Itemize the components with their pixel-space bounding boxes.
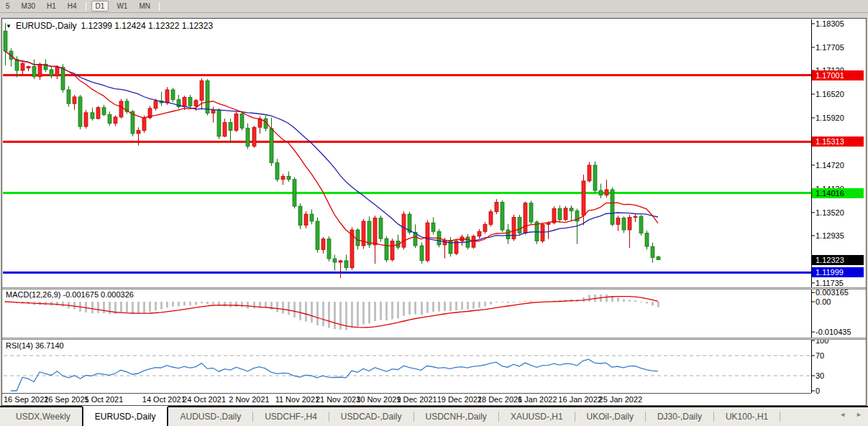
date-axis-label[interactable]: 9 Dec 2021 <box>396 395 437 404</box>
date-axis-label[interactable]: 25 Jan 2022 <box>599 395 643 404</box>
macd-axis-tick[interactable]: 0.003165 <box>816 288 866 297</box>
price-level-badge: 1.11999 <box>812 267 864 277</box>
price-axis-tick[interactable]: 1.16520 <box>816 90 866 98</box>
tab-scroll-left-icon[interactable]: ◄ <box>839 411 846 418</box>
date-axis-label[interactable]: 5 Oct 2021 <box>84 395 123 404</box>
date-axis-label[interactable]: 2 Nov 2021 <box>229 395 269 404</box>
rsi-indicator-label: RSI(14) 36.7140 <box>6 341 64 350</box>
chart-canvas[interactable] <box>0 0 868 426</box>
date-axis-label[interactable]: 30 Nov 2021 <box>356 395 401 404</box>
pane-splitter-rsi[interactable] <box>2 338 866 340</box>
macd-axis-tick[interactable]: 0.00 <box>816 297 866 306</box>
rsi-axis-tick[interactable]: 70 <box>816 351 866 360</box>
date-axis-label[interactable]: 11 Nov 2021 <box>275 395 320 404</box>
price-axis-tick[interactable]: 1.17705 <box>816 43 866 52</box>
date-axis-label[interactable]: 14 Oct 2021 <box>142 395 186 404</box>
price-axis-tick[interactable]: 1.11735 <box>816 279 866 287</box>
symbol-dropdown-icon[interactable]: ▼ <box>6 23 12 29</box>
price-axis-tick[interactable]: 1.15920 <box>816 114 866 122</box>
price-axis-tick[interactable]: 1.18305 <box>816 19 866 28</box>
date-axis-label[interactable]: 19 Dec 2021 <box>437 395 482 404</box>
ohlc-values: 1.12399 1.12424 1.12322 1.12323 <box>81 21 214 31</box>
price-level-badge: 1.15313 <box>812 136 864 147</box>
rsi-axis-tick[interactable]: 0 <box>816 386 866 395</box>
date-axis-label[interactable]: 21 Nov 2021 <box>316 395 360 404</box>
symbol-label: EURUSD-,Daily <box>16 21 77 31</box>
date-axis-label[interactable]: 26 Sep 2021 <box>44 395 88 404</box>
tab-scroll-right-icon[interactable]: ► <box>856 411 862 418</box>
date-axis-label[interactable]: 24 Oct 2021 <box>183 395 226 404</box>
current-price-badge: 1.12323 <box>812 255 864 265</box>
date-axis-label[interactable]: 28 Dec 2021 <box>478 395 522 404</box>
pane-splitter-macd[interactable] <box>2 287 866 290</box>
price-axis-tick[interactable]: 1.12935 <box>816 231 866 240</box>
tab-scroll-arrows: ◄ ► <box>839 411 862 418</box>
price-axis-tick[interactable]: 1.13520 <box>816 208 866 217</box>
macd-axis-tick[interactable]: -0.010435 <box>816 328 866 336</box>
price-level-badge: 1.14016 <box>812 188 864 198</box>
chart-symbol-header: ▼ EURUSD-,Daily 1.12399 1.12424 1.12322 … <box>6 21 213 31</box>
date-axis-label[interactable]: 16 Sep 2021 <box>4 395 48 404</box>
date-axis-label[interactable]: 16 Jan 2022 <box>558 395 602 404</box>
price-level-badge: 1.17001 <box>812 70 864 80</box>
chart-tab-eurusd-daily[interactable]: EURUSD-,Daily <box>82 406 169 426</box>
price-axis-tick[interactable]: 1.14720 <box>816 161 866 170</box>
chart-window[interactable] <box>1 18 867 406</box>
macd-indicator-label: MACD(12,26,9) -0.001675 0.000326 <box>6 290 134 299</box>
date-axis-label[interactable]: 6 Jan 2022 <box>518 395 557 404</box>
rsi-axis-tick[interactable]: 30 <box>816 371 866 380</box>
